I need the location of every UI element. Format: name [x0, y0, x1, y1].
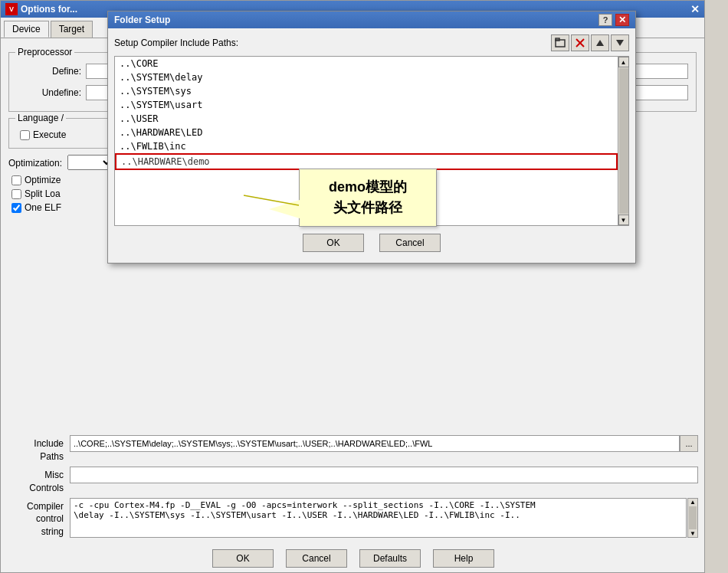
toolbar-new-btn[interactable] — [551, 34, 569, 51]
down-arrow-icon — [615, 38, 625, 47]
one-elf-checkbox[interactable] — [11, 203, 21, 213]
callout-text: demo模型的 头文件路径 — [329, 179, 407, 215]
dialog-toolbar — [551, 34, 629, 51]
dialog-ok-button[interactable]: OK — [303, 234, 364, 252]
include-paths-browse-btn[interactable]: ... — [680, 435, 698, 452]
compiler-string-row: Compiler control string -c -cpu Cortex-M… — [8, 498, 698, 539]
dialog-body: Setup Compiler Include Paths: — [108, 28, 635, 263]
compiler-scroll-thumb — [689, 506, 697, 529]
dialog-title: Folder Setup — [114, 15, 598, 25]
options-title: Options for... — [21, 4, 77, 15]
language-legend: Language / — [15, 113, 66, 123]
path-list-item[interactable]: ..\HARDWARE\demo — [115, 153, 618, 170]
path-list-item[interactable]: ..\SYSTEM\delay — [115, 70, 618, 84]
dialog-help-button[interactable]: ? — [598, 14, 612, 26]
scroll-down-arrow[interactable]: ▼ — [618, 214, 629, 225]
options-ok-button[interactable]: OK — [212, 549, 274, 568]
include-paths-label: Include Paths — [8, 435, 70, 463]
tab-device[interactable]: Device — [4, 21, 49, 38]
svg-marker-5 — [616, 40, 624, 46]
path-list-item[interactable]: ..\CORE — [115, 57, 618, 70]
options-bottom-buttons: OK Cancel Defaults Help — [1, 549, 706, 568]
dialog-header-label: Setup Compiler Include Paths: — [114, 38, 551, 48]
dialog-cancel-button[interactable]: Cancel — [379, 234, 441, 252]
include-paths-row: Include Paths ... — [8, 435, 698, 463]
define-label: Define: — [17, 66, 86, 77]
preprocessor-legend: Preprocessor — [15, 47, 74, 57]
optimization-label: Optimization: — [8, 158, 62, 169]
svg-rect-1 — [556, 38, 559, 41]
compiler-scroll-down[interactable]: ▼ — [688, 530, 697, 537]
dialog-close-button[interactable]: ✕ — [615, 14, 629, 26]
dialog-titlebar: Folder Setup ? ✕ — [108, 11, 635, 28]
new-folder-icon — [555, 38, 566, 48]
misc-controls-label: Misc Controls — [8, 467, 70, 495]
compiler-string-textarea[interactable]: -c -cpu Cortex-M4.fp -D__EVAL -g -O0 -ap… — [70, 498, 687, 538]
svg-marker-4 — [596, 40, 604, 46]
misc-controls-row: Misc Controls — [8, 467, 698, 495]
toolbar-delete-btn[interactable] — [571, 34, 589, 51]
optimize-label: Optimize — [25, 175, 61, 185]
optimize-checkbox[interactable] — [11, 175, 21, 185]
scroll-up-arrow[interactable]: ▲ — [618, 57, 629, 67]
compiler-scroll-up[interactable]: ▲ — [688, 499, 697, 506]
delete-icon — [576, 38, 585, 47]
options-help-button[interactable]: Help — [433, 549, 494, 568]
scroll-thumb — [619, 68, 628, 214]
toolbar-down-btn[interactable] — [611, 34, 629, 51]
misc-controls-input[interactable] — [70, 467, 698, 483]
include-paths-input[interactable] — [70, 435, 680, 452]
tab-target[interactable]: Target — [51, 21, 93, 38]
app-icon: V — [5, 3, 18, 15]
callout-box: demo模型的 头文件路径 — [299, 169, 437, 227]
path-list-item[interactable]: ..\SYSTEM\sys — [115, 84, 618, 98]
up-arrow-icon — [595, 38, 605, 47]
path-list-scrollbar[interactable]: ▲ ▼ — [618, 57, 628, 225]
bg-close-icon[interactable]: ✕ — [690, 3, 700, 15]
dialog-buttons: OK Cancel — [114, 234, 629, 257]
path-list-item[interactable]: ..\USER — [115, 112, 618, 126]
one-elf-label: One ELF — [25, 202, 61, 213]
execute-label: Execute — [33, 129, 66, 140]
execute-checkbox[interactable] — [20, 130, 30, 140]
path-list-item[interactable]: ..\FWLIB\inc — [115, 139, 618, 153]
path-list-item[interactable]: ..\HARDWARE\LED — [115, 126, 618, 139]
split-load-label: Split Loa — [25, 188, 61, 199]
undefine-label: Undefine: — [17, 87, 86, 98]
split-load-checkbox[interactable] — [11, 189, 21, 199]
compiler-string-label: Compiler control string — [8, 498, 70, 539]
path-list-item[interactable]: ..\SYSTEM\usart — [115, 98, 618, 112]
compiler-scrollbar[interactable]: ▲ ▼ — [687, 498, 698, 538]
options-defaults-button[interactable]: Defaults — [359, 549, 421, 568]
dialog-header-row: Setup Compiler Include Paths: — [114, 34, 629, 51]
bottom-section: Include Paths ... Misc Controls Compiler… — [1, 435, 706, 542]
options-cancel-button[interactable]: Cancel — [286, 549, 347, 568]
toolbar-up-btn[interactable] — [591, 34, 609, 51]
